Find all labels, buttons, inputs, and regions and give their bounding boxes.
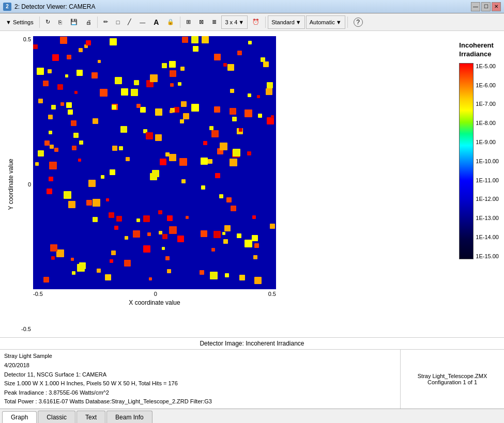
automatic-dropdown[interactable]: Automatic ▼ (306, 15, 345, 29)
scatter-dot (170, 70, 176, 77)
rect-button[interactable]: □ (113, 15, 124, 29)
scatter-dot (245, 109, 252, 117)
scatter-dot (155, 108, 162, 116)
scatter-dot (224, 225, 231, 231)
scatter-dot (54, 148, 58, 152)
title-bar: 2 2: Detector Viewer: CAMERA — ☐ ✕ (0, 0, 504, 13)
grid-button[interactable]: ⊞ (182, 15, 194, 29)
scatter-dot (232, 117, 237, 121)
line-button[interactable]: ╱ (124, 15, 135, 29)
title-buttons[interactable]: — ☐ ✕ (471, 2, 501, 11)
scatter-dot (67, 55, 71, 59)
settings-button[interactable]: ▼ Settings (2, 15, 37, 29)
tab-classic[interactable]: Classic (38, 411, 75, 423)
scatter-dot (119, 146, 123, 150)
layout-dropdown[interactable]: 3 x 4 ▼ (221, 15, 248, 29)
scatter-dot (110, 169, 115, 175)
scatter-dot (245, 240, 252, 247)
scatter-dot (136, 218, 140, 222)
scatter-dot (50, 244, 57, 252)
cb-label-6: 1E-11.00 (476, 177, 499, 183)
scatter-dot (230, 108, 236, 115)
scatter-dot (57, 84, 63, 90)
scatter-dot (125, 236, 128, 240)
scatter-dot (270, 224, 275, 229)
cb-label-0: 1E-5.00 (476, 63, 499, 69)
print-button[interactable]: 🖨 (82, 15, 95, 29)
text-button[interactable]: A (150, 15, 162, 29)
save-button[interactable]: 💾 (67, 15, 81, 29)
info-panel-title: Detector Image: Incoherent Irradiance (0, 338, 504, 350)
info-line6: Total Power : 3.6161E-07 Watts Database:… (4, 397, 396, 406)
scatter-dot (159, 231, 162, 234)
restore-button[interactable]: ☐ (481, 2, 491, 11)
scatter-dot (43, 277, 49, 283)
scatter-dot (231, 206, 236, 211)
copy-button[interactable]: ⎘ (55, 15, 66, 29)
scatter-dot (79, 140, 83, 145)
scatter-dot (101, 175, 104, 179)
scatter-dot (179, 158, 187, 166)
scatter-dot (152, 170, 159, 177)
scatter-dot (68, 109, 73, 115)
scatter-dot (219, 194, 223, 198)
colorbar-area: Incoherent Irradiance 1E-5.00 1E-6.00 1E… (459, 36, 499, 332)
close-button[interactable]: ✕ (492, 2, 501, 11)
scatter-dot (73, 133, 79, 138)
scatter-dot (213, 231, 221, 238)
cb-label-10: 1E-15.00 (476, 253, 499, 259)
scatter-dot (191, 104, 199, 112)
info-right-text: Stray Light_Telescope.ZMX Configuration … (418, 373, 487, 385)
detector-canvas[interactable] (33, 36, 276, 289)
scatter-dot (201, 230, 207, 237)
scatter-dot (170, 83, 174, 87)
tab-text[interactable]: Text (77, 411, 105, 423)
plot-container: Y coordinate value 0.5 0 -0.5 -0.5 (5, 36, 449, 332)
scatter-dot (149, 277, 152, 280)
scatter-dot (210, 272, 218, 279)
clock-button[interactable]: ⏰ (249, 15, 263, 29)
hline-button[interactable]: ― (136, 15, 149, 29)
tab-graph[interactable]: Graph (2, 411, 37, 423)
scatter-dot (253, 255, 257, 259)
scatter-dot (140, 107, 146, 113)
scatter-dot (200, 270, 204, 275)
scatter-dot (230, 159, 237, 166)
layers-icon: ≣ (212, 19, 217, 25)
refresh-button[interactable]: ↻ (42, 15, 54, 29)
sep5 (347, 17, 348, 28)
scatter-dot (133, 230, 140, 238)
scatter-dot (35, 162, 39, 166)
scatter-dot (47, 189, 52, 194)
scatter-dot (155, 134, 162, 141)
scatter-dot (230, 89, 234, 93)
rect-icon: □ (116, 19, 120, 25)
scatter-dot (38, 99, 43, 103)
scatter-dot (49, 177, 53, 181)
scatter-dot (215, 173, 220, 178)
tab-beam-info[interactable]: Beam Info (106, 411, 152, 423)
scatter-dot (78, 159, 81, 162)
scatter-dot (86, 40, 91, 45)
scatter-dot (186, 216, 189, 219)
scatter-dot (214, 54, 221, 60)
standard-dropdown[interactable]: Standard ▼ (268, 15, 305, 29)
scatter-dot (68, 201, 75, 208)
scatter-dot (209, 126, 213, 130)
layers-button[interactable]: ≣ (208, 15, 220, 29)
scatter-dot (225, 273, 229, 277)
grid2-button[interactable]: ⊠ (195, 15, 207, 29)
pen-button[interactable]: ✏ (100, 15, 112, 29)
scatter-dot (167, 269, 171, 273)
scatter-dot (38, 150, 44, 156)
scatter-dot (165, 152, 170, 156)
help-button[interactable]: ? (350, 15, 366, 29)
lock-button[interactable]: 🔒 (163, 15, 178, 29)
scatter-dot (51, 105, 56, 109)
minimize-button[interactable]: — (471, 2, 480, 11)
scatter-dot (114, 226, 118, 230)
scatter-dot (49, 131, 52, 134)
info-right-line1: Stray Light_Telescope.ZMX (418, 373, 487, 379)
colorbar-container: 1E-5.00 1E-6.00 1E-7.00 1E-8.00 1E-9.00 … (459, 63, 499, 259)
info-right: Stray Light_Telescope.ZMX Configuration … (401, 350, 504, 409)
